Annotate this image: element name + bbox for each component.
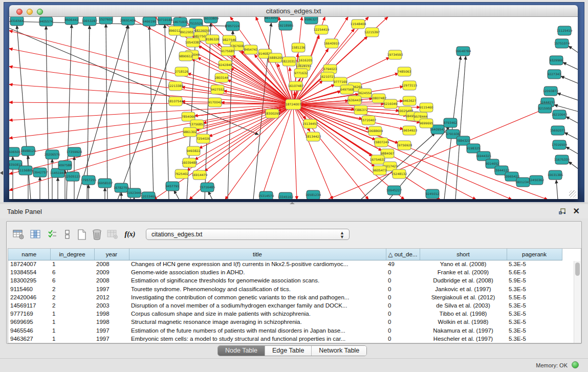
graph-node[interactable]: 8186328 [206,35,220,44]
column-header-pagerank[interactable]: pagerank [507,249,562,260]
graph-node[interactable]: 18724007 [286,99,301,110]
graph-node[interactable]: 23606506 [9,147,20,157]
function-builder-button[interactable]: f(x) [123,228,137,241]
graph-node[interactable]: 7857224 [226,21,240,31]
column-header-in-degree[interactable]: in_degree [50,249,94,260]
graph-node[interactable]: 9699695 [420,119,433,128]
graph-node[interactable]: 10543382 [185,38,201,47]
graph-node[interactable]: 10688609 [367,126,383,136]
graph-node[interactable]: 15716485 [200,183,215,192]
table-row[interactable]: 1872400712008Changes of HCN gene express… [8,260,562,268]
column-header-name[interactable]: name [8,249,50,260]
graph-node[interactable]: 8793462 [444,118,458,127]
graph-node[interactable]: 9329966 [550,56,563,65]
column-header-title[interactable]: title [129,249,386,260]
graph-node[interactable]: 19654923 [402,126,418,135]
graph-node[interactable]: 18300295 [265,109,280,118]
memory-status-indicator[interactable] [572,361,579,368]
table-row[interactable]: 946362711997Embryonic stem cells: a mode… [8,335,562,343]
graph-node[interactable]: 7386372 [354,105,368,115]
graph-node[interactable]: 12450362 [529,176,545,185]
graph-node[interactable]: 9861302 [183,127,197,137]
graph-node[interactable]: 7254026 [197,134,210,143]
graph-node[interactable]: 9586327 [304,17,318,24]
graph-node[interactable]: 1527602 [99,17,113,24]
graph-node[interactable]: 8912955 [180,28,194,37]
graph-node[interactable]: 16039488 [182,158,198,167]
graph-node[interactable]: 19218986 [278,21,294,30]
graph-node[interactable]: 2718126 [175,67,189,76]
graph-node[interactable]: 8813054 [265,17,278,23]
graph-node[interactable]: 9227343 [548,70,561,79]
graph-node[interactable]: 16210643 [552,110,568,119]
graph-node[interactable]: 8454743 [244,45,258,54]
graph-node[interactable]: 9245012 [426,189,440,199]
graph-node[interactable]: 9316564 [10,17,24,26]
graph-node[interactable]: 18988120 [20,146,36,156]
table-row[interactable]: 2242004622012Investigating the contribut… [8,293,562,301]
panel-collapse-arrow-icon[interactable] [0,171,3,175]
graph-node[interactable]: 16914479 [192,170,208,180]
graph-node[interactable]: 9771632 [294,69,308,78]
graph-node[interactable]: 15807249 [374,138,389,147]
graph-node[interactable]: 9457791 [166,182,180,191]
graph-node[interactable]: 10719188 [157,17,173,25]
graph-node[interactable]: 13345162 [278,192,294,199]
graph-node[interactable]: 9605473 [373,166,387,175]
graph-node[interactable]: 11156809 [18,166,34,175]
graph-node[interactable]: 15314579 [258,191,274,199]
graph-node[interactable]: 12973115 [402,81,418,90]
graph-node[interactable]: 9405574 [39,17,53,26]
graph-node[interactable]: 15134457 [302,119,318,128]
graph-node[interactable]: 19756928 [397,141,412,150]
table-selector-dropdown[interactable]: citations_edges.txt ▲▼ [146,229,350,240]
column-header-year[interactable]: year [94,249,129,260]
graph-node[interactable]: 15751074 [554,39,570,48]
graph-node[interactable]: 16107487 [288,81,304,91]
graph-node[interactable]: 11675335 [554,155,570,164]
window-resize-grip[interactable] [569,190,576,198]
network-window-titlebar[interactable]: citations_edges.txt [9,5,578,17]
graph-node[interactable]: 9097588 [58,161,72,170]
column-chooser-button[interactable] [29,228,42,241]
graph-node[interactable]: 19734593 [387,50,403,59]
network-canvas[interactable]: 9316564940557485064421065328715276022069… [9,17,578,199]
graph-node[interactable]: 9115460 [420,103,433,112]
graph-node[interactable]: 17016504 [552,140,568,149]
float-panel-icon[interactable] [559,208,567,214]
graph-node[interactable]: 9170042 [208,98,222,107]
table-row[interactable]: 977716911998Corpus callosum shape and si… [8,310,562,318]
graph-node[interactable]: 9242848 [219,60,232,70]
row-height-button[interactable] [61,228,74,241]
graph-node[interactable]: 9463627 [403,96,417,105]
graph-node[interactable]: 14671938 [172,17,188,27]
graph-node[interactable]: 20206576 [45,150,60,159]
graph-node[interactable]: 2803144 [215,73,229,82]
graph-node[interactable]: 6466190 [143,17,157,26]
graph-node[interactable]: 10653287 [82,17,98,26]
graph-node[interactable]: 17957255 [81,176,97,185]
graph-node[interactable]: 7625402 [175,169,189,179]
graph-node[interactable]: 9493822 [187,146,201,156]
graph-node[interactable]: 16033809 [203,17,219,23]
graph-node[interactable]: 12254419 [314,25,330,34]
graph-node[interactable]: 6497568 [340,85,354,94]
tab-network-table[interactable]: Network Table [312,346,366,356]
graph-node[interactable]: 12033469 [141,192,157,199]
graph-node[interactable]: 7485063 [398,67,411,76]
table-scrollbar[interactable] [574,261,580,343]
create-column-button[interactable] [75,228,89,241]
graph-node[interactable]: 11125419 [557,26,573,35]
graph-node[interactable]: 1616205 [299,56,313,65]
graph-node[interactable]: 18134423 [306,132,321,141]
table-row[interactable]: 911546021997Tourette syndrome. Phenomeno… [8,285,562,293]
graph-node[interactable]: 17359928 [67,147,82,157]
table-row[interactable]: 1938455462009Genome-wide association stu… [8,268,562,276]
table-settings-button[interactable] [12,228,25,241]
graph-node[interactable]: 18107544 [168,97,184,106]
graph-node[interactable]: 11923446 [126,188,142,198]
graph-node[interactable]: 11548408 [351,19,366,29]
tab-edge-table[interactable]: Edge Table [265,346,312,356]
graph-node[interactable]: 10945227 [386,186,402,195]
citation-graph[interactable]: 9316564940557485064421065328715276022069… [9,17,578,199]
